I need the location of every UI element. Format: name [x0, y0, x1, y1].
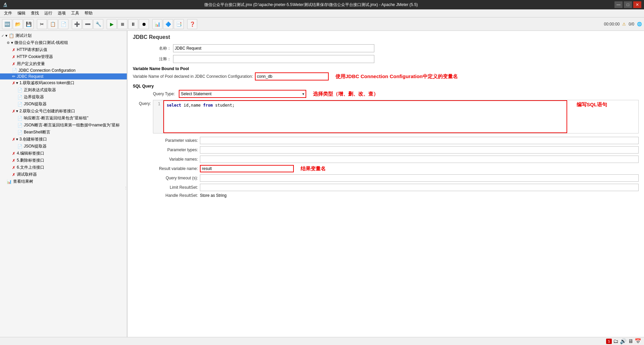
x-icon: ✗: [12, 151, 15, 156]
tree-item-assert-contains[interactable]: 📄 响应断言-断言返回结果包含"星标组": [0, 115, 127, 122]
menu-edit[interactable]: 编辑: [15, 9, 28, 17]
pool-input[interactable]: [255, 72, 329, 80]
doc-icon: 📄: [17, 116, 22, 121]
param-values-row: Parameter values:: [133, 137, 639, 144]
tree-item-thread-group[interactable]: ⚙ ▼ 微信公众平台接口测试-线程组: [0, 39, 127, 46]
tree-item-json2[interactable]: 📄 JSON提取器: [0, 143, 127, 150]
tree-label: 边界提取器: [24, 94, 44, 100]
variable-names-label: Variable names:: [133, 157, 200, 162]
tb-template[interactable]: 📑: [174, 19, 184, 29]
status-icon-3: 🔊: [620, 338, 627, 344]
tree-label: JSON提取器: [24, 101, 47, 107]
param-types-input[interactable]: [200, 146, 639, 154]
doc-icon: 📄: [17, 144, 22, 149]
tree-item-regex[interactable]: 📄 正则表达式提取器: [0, 87, 127, 94]
handle-resultset-label: Handle ResultSet:: [133, 193, 200, 198]
tree-item-view-results[interactable]: 📊 查看结果树: [0, 178, 127, 185]
variable-names-row: Variable names:: [133, 156, 639, 163]
pool-section-label: Variable Name Bound to Pool: [133, 66, 189, 71]
query-type-select[interactable]: Select Statement Update Statement Callab…: [179, 90, 306, 98]
query-timeout-input[interactable]: [200, 174, 639, 182]
result-var-input[interactable]: [200, 165, 294, 172]
variable-names-input[interactable]: [200, 156, 639, 163]
tree-item-jdbc-config[interactable]: 📄 JDBC Connection Configuration: [0, 67, 127, 73]
tree-item-get-token[interactable]: ✗ ▼ 1.获取鉴权码access token接口: [0, 79, 127, 87]
tree-item-json-assert[interactable]: 📄 JSON断言-断言返回结果第一组数据中name值为"星标: [0, 122, 127, 129]
tb-settings[interactable]: 🔧: [93, 19, 103, 29]
title-text: 微信公众平台接口测试.jmx (D:\apache-jmeter-5.5\Met…: [8, 2, 614, 8]
menu-tools[interactable]: 工具: [68, 9, 82, 17]
tree-item-boundary[interactable]: 📄 边界提取器: [0, 94, 127, 101]
tree-item-get-tags[interactable]: ✗ ▼ 2.获取公众号已创建的标签接口: [0, 108, 127, 115]
panel-drag-handle[interactable]: ⋮: [125, 31, 127, 345]
tb-save[interactable]: 💾: [23, 19, 34, 29]
tb-paste[interactable]: 📄: [58, 19, 68, 29]
query-type-wrapper: Select Statement Update Statement Callab…: [179, 90, 306, 98]
doc-icon: 📄: [12, 68, 17, 73]
tb-open[interactable]: 📂: [13, 19, 23, 29]
tb-record[interactable]: ⏺: [139, 19, 149, 29]
x-icon: ✗: [12, 165, 15, 170]
menu-help[interactable]: 帮助: [82, 9, 95, 17]
sql-code-display[interactable]: select id,name from student;: [163, 100, 567, 133]
code-area-wrapper: select id,name from student; 编写SQL语句: [163, 100, 638, 133]
checkmark-icon: ⚙: [7, 41, 10, 45]
limit-resultset-input[interactable]: [200, 184, 639, 191]
param-values-label: Parameter values:: [133, 138, 200, 143]
result-var-annotation: 结果变量名: [301, 166, 326, 172]
tb-stop[interactable]: ⏹: [117, 19, 127, 29]
arrow-icon: ▼: [5, 34, 8, 38]
status-icon-5: 📅: [635, 338, 641, 344]
doc-icon: 📄: [17, 102, 22, 107]
close-button[interactable]: ✕: [633, 1, 641, 8]
tb-new[interactable]: 🆕: [2, 19, 12, 29]
tree-item-edit-tag[interactable]: ✗ 4.编辑标签接口: [0, 150, 127, 157]
tb-cut[interactable]: ✂: [37, 19, 47, 29]
menu-search[interactable]: 查找: [28, 9, 42, 17]
tb-help[interactable]: ❓: [187, 19, 197, 29]
tree-item-http-default[interactable]: ✗ HTTP请求默认值: [0, 46, 127, 53]
sql-keyword-select: select: [167, 103, 181, 108]
maximize-button[interactable]: □: [624, 1, 632, 8]
tb-add[interactable]: ➕: [72, 19, 82, 29]
tb-run[interactable]: ▶: [107, 19, 117, 29]
counter-display: 0/0: [629, 22, 634, 26]
param-values-input[interactable]: [200, 137, 639, 144]
arrow-icon: ▼: [15, 137, 19, 141]
tb-report[interactable]: 📊: [152, 19, 162, 29]
tree-item-delete-tag[interactable]: ✗ 5.删除标签接口: [0, 157, 127, 164]
menu-run[interactable]: 运行: [42, 9, 55, 17]
tree-item-http-cookie[interactable]: ✗ HTTP Cookie管理器: [0, 53, 127, 60]
tree-item-user-vars[interactable]: ✗ 用户定义的变量: [0, 60, 127, 67]
name-row: 名称：: [133, 44, 639, 52]
tree-label: BeanShell断言: [24, 129, 50, 135]
tree-item-json1[interactable]: 📄 JSON提取器: [0, 101, 127, 108]
tree-item-debug[interactable]: ✗ 调试取样器: [0, 171, 127, 178]
tree-item-test-plan[interactable]: ✓ ▼ 📋 测试计划: [0, 32, 127, 39]
x-icon: ✗: [12, 48, 15, 52]
statusbar-icons: S 🗂 🔊 🖥 📅: [606, 338, 641, 344]
warning-icon: ⚠: [622, 22, 626, 26]
tb-pause[interactable]: ⏸: [128, 19, 138, 29]
tree-item-create-tag[interactable]: ✗ ▼ 3.创建标签接口: [0, 136, 127, 143]
menu-file[interactable]: 文件: [1, 9, 15, 17]
query-timeout-row: Query timeout (s):: [133, 174, 639, 182]
tree-item-beanshell[interactable]: 📄 BeanShell断言: [0, 129, 127, 136]
doc-icon: 📄: [17, 130, 22, 135]
pool-annotation: 使用JDBC Connection Configuration中定义的变量名: [335, 73, 458, 80]
tree-label: JDBC Request: [17, 74, 43, 79]
name-input[interactable]: [173, 44, 374, 52]
tree-label: 6.文件上传接口: [17, 165, 44, 170]
tb-diamond[interactable]: 🔷: [163, 19, 173, 29]
tb-remove[interactable]: ➖: [83, 19, 93, 29]
tree-item-jdbc-request[interactable]: ✏ JDBC Request: [0, 73, 127, 79]
comment-label: 注释：: [133, 56, 173, 62]
menu-options[interactable]: 选项: [55, 9, 68, 17]
sql-keyword-from: from: [203, 103, 213, 108]
doc-icon: 📄: [17, 123, 22, 128]
tb-copy[interactable]: 📋: [48, 19, 58, 29]
comment-input[interactable]: [173, 55, 374, 63]
menubar: 文件 编辑 查找 运行 选项 工具 帮助: [0, 9, 644, 17]
minimize-button[interactable]: —: [614, 1, 623, 8]
tree-item-upload[interactable]: ✗ 6.文件上传接口: [0, 164, 127, 171]
